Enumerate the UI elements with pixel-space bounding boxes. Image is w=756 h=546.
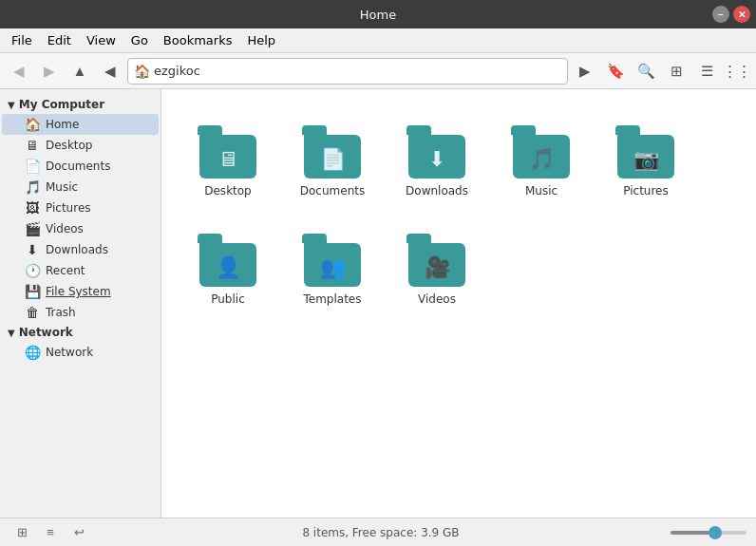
home-icon: 🏠 bbox=[134, 64, 150, 79]
menu-view[interactable]: View bbox=[79, 31, 123, 49]
menu-bookmarks[interactable]: Bookmarks bbox=[156, 31, 240, 49]
sidebar-item-trash[interactable]: 🗑 Trash bbox=[2, 302, 159, 323]
sidebar-item-recent-label: Recent bbox=[46, 264, 85, 277]
trash-sidebar-icon: 🗑 bbox=[25, 305, 40, 320]
home-sidebar-icon: 🏠 bbox=[25, 117, 40, 132]
titlebar: Home − ✕ bbox=[0, 0, 756, 28]
sidebar-item-downloads[interactable]: ⬇ Downloads bbox=[2, 239, 159, 260]
menubar: File Edit View Go Bookmarks Help bbox=[0, 28, 756, 53]
downloads-sidebar-icon: ⬇ bbox=[25, 242, 40, 257]
file-item-downloads[interactable]: ⬇ Downloads bbox=[389, 108, 484, 207]
statusbar-icon-button-3[interactable]: ↩ bbox=[66, 520, 91, 545]
zoom-slider-container bbox=[671, 531, 747, 535]
file-item-videos[interactable]: 🎥 Videos bbox=[389, 217, 484, 315]
folder-icon-videos: 🎥 bbox=[406, 226, 467, 287]
sidebar-item-filesystem[interactable]: 💾 File System bbox=[2, 281, 159, 302]
folder-emblem-videos: 🎥 bbox=[425, 255, 450, 279]
up-button[interactable]: ▲ bbox=[66, 58, 93, 85]
back-button[interactable]: ◀ bbox=[6, 58, 32, 85]
sidebar-item-music-label: Music bbox=[46, 180, 78, 194]
sidebar-item-home[interactable]: 🏠 Home bbox=[2, 114, 159, 135]
file-label-templates: Templates bbox=[303, 292, 361, 306]
sidebar-item-videos[interactable]: 🎬 Videos bbox=[2, 218, 159, 239]
menu-file[interactable]: File bbox=[4, 31, 40, 49]
network-section-label: Network bbox=[19, 326, 73, 339]
sidebar: ▼ My Computer 🏠 Home 🖥 Desktop 📄 Documen… bbox=[0, 89, 161, 518]
folder-emblem-downloads: ⬇ bbox=[428, 147, 445, 171]
search-button[interactable]: 🔍 bbox=[633, 58, 659, 85]
sidebar-section-my-computer[interactable]: ▼ My Computer bbox=[0, 95, 161, 114]
file-item-desktop[interactable]: 🖥 Desktop bbox=[180, 108, 275, 207]
sidebar-item-downloads-label: Downloads bbox=[46, 243, 108, 256]
main-area: ▼ My Computer 🏠 Home 🖥 Desktop 📄 Documen… bbox=[0, 89, 756, 518]
file-item-public[interactable]: 👤 Public bbox=[180, 217, 275, 315]
sidebar-item-network[interactable]: 🌐 Network bbox=[2, 342, 159, 363]
statusbar-icon-button-2[interactable]: ≡ bbox=[38, 520, 63, 545]
view-icons-button[interactable]: ⊞ bbox=[663, 58, 690, 85]
sidebar-item-trash-label: Trash bbox=[46, 306, 76, 319]
file-item-pictures[interactable]: 📷 Pictures bbox=[598, 108, 693, 207]
sidebar-item-documents[interactable]: 📄 Documents bbox=[2, 156, 159, 177]
statusbar: ⊞ ≡ ↩ 8 items, Free space: 3.9 GB bbox=[0, 518, 756, 546]
sidebar-item-music[interactable]: 🎵 Music bbox=[2, 177, 159, 198]
sidebar-item-pictures[interactable]: 🖼 Pictures bbox=[2, 198, 159, 218]
sidebar-section-network[interactable]: ▼ Network bbox=[0, 323, 161, 342]
content-area: 🖥 Desktop 📄 Documents ⬇ bbox=[161, 89, 756, 518]
folder-icon-templates: 👥 bbox=[302, 226, 363, 287]
location-bar[interactable]: 🏠 ezgikoc bbox=[127, 58, 568, 85]
folder-emblem-documents: 📄 bbox=[320, 147, 346, 171]
forward-button[interactable]: ▶ bbox=[36, 58, 63, 85]
folder-icon-music: 🎵 bbox=[511, 118, 572, 179]
prev-location-button[interactable]: ◀ bbox=[97, 58, 123, 85]
bookmark-button[interactable]: 🔖 bbox=[602, 58, 629, 85]
view-detail-button[interactable]: ☰ bbox=[693, 58, 720, 85]
filesystem-sidebar-icon: 💾 bbox=[25, 284, 40, 299]
my-computer-label: My Computer bbox=[19, 98, 104, 111]
file-label-public: Public bbox=[211, 292, 245, 306]
file-label-documents: Documents bbox=[300, 184, 365, 198]
folder-emblem-music: 🎵 bbox=[529, 147, 555, 171]
folder-emblem-public: 👤 bbox=[216, 255, 241, 279]
view-compact-button[interactable]: ⋮⋮ bbox=[724, 58, 750, 85]
network-sidebar-icon: 🌐 bbox=[25, 345, 40, 360]
file-label-desktop: Desktop bbox=[204, 184, 252, 198]
close-button[interactable]: ✕ bbox=[733, 6, 750, 23]
sidebar-item-filesystem-label: File System bbox=[46, 285, 111, 298]
statusbar-text: 8 items, Free space: 3.9 GB bbox=[91, 526, 671, 539]
sidebar-item-desktop[interactable]: 🖥 Desktop bbox=[2, 135, 159, 156]
folder-icon-desktop: 🖥 bbox=[198, 118, 258, 179]
folder-emblem-templates: 👥 bbox=[320, 255, 346, 279]
file-item-documents[interactable]: 📄 Documents bbox=[285, 108, 380, 207]
sidebar-item-home-label: Home bbox=[46, 118, 79, 131]
folder-emblem-desktop: 🖥 bbox=[217, 147, 238, 171]
statusbar-icon-button-1[interactable]: ⊞ bbox=[9, 520, 34, 545]
file-item-music[interactable]: 🎵 Music bbox=[494, 108, 589, 207]
menu-help[interactable]: Help bbox=[239, 31, 283, 49]
sidebar-item-pictures-label: Pictures bbox=[46, 201, 91, 215]
recent-sidebar-icon: 🕐 bbox=[25, 263, 40, 278]
sidebar-item-recent[interactable]: 🕐 Recent bbox=[2, 260, 159, 281]
toolbar-right-buttons: 🔖 🔍 ⊞ ☰ ⋮⋮ bbox=[602, 58, 750, 85]
music-sidebar-icon: 🎵 bbox=[25, 179, 40, 195]
sidebar-item-videos-label: Videos bbox=[46, 222, 84, 235]
folder-icon-documents: 📄 bbox=[302, 118, 363, 179]
folder-emblem-pictures: 📷 bbox=[633, 147, 659, 171]
sidebar-item-network-label: Network bbox=[46, 346, 93, 359]
file-label-videos: Videos bbox=[418, 292, 456, 306]
file-label-pictures: Pictures bbox=[623, 184, 669, 198]
file-item-templates[interactable]: 👥 Templates bbox=[285, 217, 380, 315]
folder-icon-pictures: 📷 bbox=[615, 118, 676, 179]
minimize-button[interactable]: − bbox=[712, 6, 729, 23]
sidebar-item-documents-label: Documents bbox=[46, 160, 110, 173]
documents-sidebar-icon: 📄 bbox=[25, 159, 40, 174]
toolbar: ◀ ▶ ▲ ◀ 🏠 ezgikoc ▶ 🔖 🔍 ⊞ ☰ ⋮⋮ bbox=[0, 53, 756, 89]
menu-go[interactable]: Go bbox=[123, 31, 156, 49]
zoom-slider[interactable] bbox=[671, 531, 747, 535]
network-arrow: ▼ bbox=[8, 328, 15, 338]
file-label-downloads: Downloads bbox=[406, 184, 468, 198]
next-location-button[interactable]: ▶ bbox=[572, 58, 598, 85]
menu-edit[interactable]: Edit bbox=[40, 31, 79, 49]
videos-sidebar-icon: 🎬 bbox=[25, 221, 40, 236]
file-label-music: Music bbox=[525, 184, 558, 198]
window-controls: − ✕ bbox=[712, 6, 750, 23]
